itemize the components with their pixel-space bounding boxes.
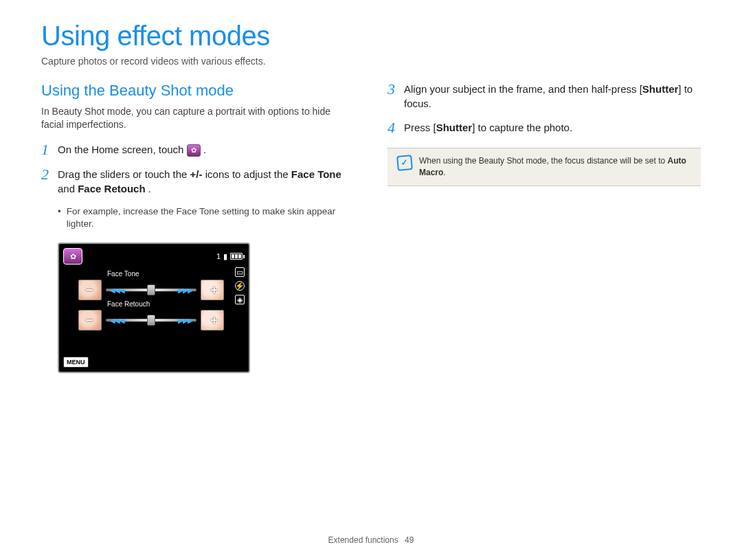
step-1: 1 On the Home screen, touch ✿ . <box>41 142 355 157</box>
step-text: Press [ <box>404 122 436 133</box>
right-column: 3 Align your subject in the frame, and t… <box>387 82 701 373</box>
menu-button[interactable]: MENU <box>63 357 89 368</box>
camera-screenshot: ✿ 1 ▮ ▭ ⚡ ◈ Face Tone − <box>58 243 250 373</box>
page-number: 49 <box>405 535 414 545</box>
step-4: 4 Press [Shutter] to capture the photo. <box>387 120 701 135</box>
step-body: Drag the sliders or touch the +/- icons … <box>58 167 355 196</box>
note-text: . <box>443 168 445 177</box>
step-text: Align your subject in the frame, and the… <box>404 83 642 95</box>
face-retouch-slider-row: Face Retouch − ◀◀◀ ▶▶▶ + <box>78 310 224 331</box>
minus-icon[interactable]: − <box>86 284 93 296</box>
step-text: ] to capture the photo. <box>472 122 572 133</box>
step-text: icons to adjust the <box>205 168 291 180</box>
page-title: Using effect modes <box>41 21 701 52</box>
step-body: Press [Shutter] to capture the photo. <box>404 120 701 135</box>
step-text: Drag the sliders or touch the <box>58 168 190 180</box>
shot-counter: 1 <box>216 252 221 260</box>
note-icon: ✓ <box>396 155 413 171</box>
step-text: . <box>148 183 151 194</box>
image-size-icon: ▭ <box>235 267 245 277</box>
step-number: 4 <box>387 120 404 135</box>
left-column: Using the Beauty Shot mode In Beauty Sho… <box>41 82 355 373</box>
note-body: When using the Beauty Shot mode, the foc… <box>419 155 691 179</box>
step-3: 3 Align your subject in the frame, and t… <box>387 82 701 111</box>
section-title: Using the Beauty Shot mode <box>41 82 355 100</box>
step-2-bullet: For example, increase the Face Tone sett… <box>58 205 355 230</box>
step-body: Align your subject in the frame, and the… <box>404 82 701 111</box>
step-number: 1 <box>41 142 58 157</box>
beauty-shot-mode-badge-icon: ✿ <box>63 248 82 265</box>
shutter-label: Shutter <box>642 83 679 95</box>
slider-label: Face Retouch <box>107 300 150 308</box>
step-body: On the Home screen, touch ✿ . <box>58 142 355 157</box>
battery-icon <box>230 253 245 260</box>
metering-icon: ◈ <box>235 295 245 304</box>
step-text: On the Home screen, touch <box>58 144 187 155</box>
page-subtitle: Capture photos or record videos with var… <box>41 56 701 67</box>
face-retouch-slider[interactable]: ◀◀◀ ▶▶▶ <box>106 319 196 322</box>
sd-card-icon: ▮ <box>223 252 227 261</box>
step-number: 3 <box>387 82 404 111</box>
step-2: 2 Drag the sliders or touch the +/- icon… <box>41 167 355 196</box>
face-retouch-label: Face Retouch <box>78 183 145 194</box>
shutter-label: Shutter <box>436 122 473 133</box>
step-number: 2 <box>41 167 58 196</box>
slider-label: Face Tone <box>107 270 139 278</box>
step-text: and <box>58 183 78 194</box>
plus-minus: +/- <box>190 168 203 180</box>
face-tone-slider-row: Face Tone − ◀◀◀ ▶▶▶ + <box>78 280 224 300</box>
note-box: ✓ When using the Beauty Shot mode, the f… <box>387 148 701 186</box>
minus-icon[interactable]: − <box>86 314 93 326</box>
page-footer: Extended functions 49 <box>0 535 742 545</box>
flash-icon: ⚡ <box>235 281 245 291</box>
plus-icon[interactable]: + <box>210 284 218 296</box>
note-text: When using the Beauty Shot mode, the foc… <box>419 156 668 166</box>
section-description: In Beauty Shot mode, you can capture a p… <box>41 105 355 131</box>
step-text: . <box>203 144 206 155</box>
plus-icon[interactable]: + <box>210 314 218 326</box>
face-tone-slider[interactable]: ◀◀◀ ▶▶▶ <box>106 289 196 291</box>
slider-knob[interactable] <box>147 284 155 295</box>
bullet-text: For example, increase the Face Tone sett… <box>67 205 355 230</box>
beauty-shot-mode-icon: ✿ <box>187 144 201 157</box>
face-tone-label: Face Tone <box>291 168 341 180</box>
slider-knob[interactable] <box>147 315 155 326</box>
footer-section: Extended functions <box>328 535 398 545</box>
